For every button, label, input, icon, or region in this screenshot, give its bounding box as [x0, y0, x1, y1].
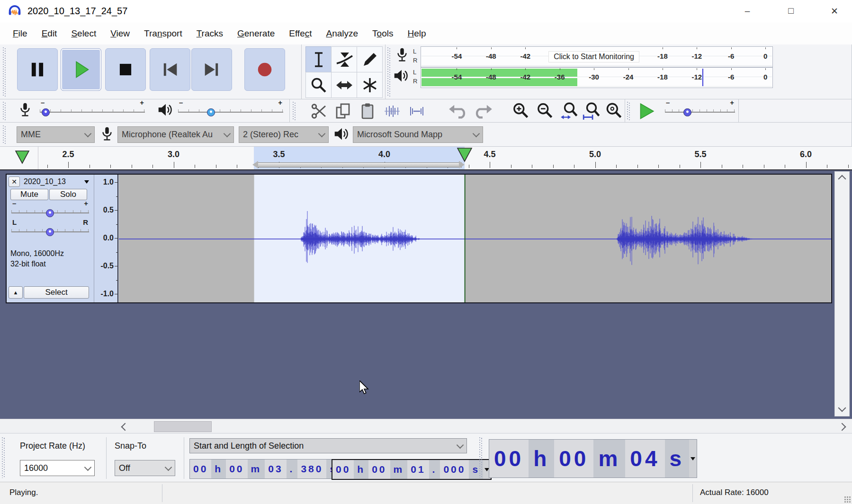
quick-play-bar[interactable]	[258, 162, 462, 168]
time-digit-group[interactable]: 000	[440, 460, 469, 479]
menu-view[interactable]: View	[103, 26, 137, 42]
time-unit[interactable]: h	[529, 440, 554, 477]
track-menu-button[interactable]: 2020_10_13	[21, 177, 92, 187]
timeline-ruler[interactable]: 2.53.03.54.04.55.05.56.0	[0, 147, 852, 170]
time-unit[interactable]: m	[390, 460, 408, 479]
menu-edit[interactable]: Edit	[35, 26, 64, 42]
scroll-down-icon[interactable]	[838, 404, 846, 412]
gain-slider[interactable]: – +	[11, 201, 89, 218]
zoom-toggle-button[interactable]	[602, 101, 625, 122]
minimize-button[interactable]: –	[735, 0, 760, 22]
menu-file[interactable]: File	[6, 26, 35, 42]
audio-host-dropdown[interactable]: MME	[17, 126, 95, 143]
time-format-dropdown-icon[interactable]	[689, 440, 697, 477]
horizontal-scrollbar[interactable]	[0, 419, 852, 433]
solo-button[interactable]: Solo	[49, 189, 87, 200]
draw-tool-button[interactable]	[357, 46, 383, 72]
mute-button[interactable]: Mute	[10, 189, 48, 200]
time-unit[interactable]: m	[593, 440, 625, 477]
play-speed-slider-thumb[interactable]	[683, 108, 691, 116]
zoom-tool-button[interactable]	[305, 72, 332, 98]
trim-audio-button[interactable]	[381, 101, 403, 122]
time-digit-group[interactable]: 00	[190, 460, 211, 478]
play-button[interactable]	[61, 48, 101, 91]
pan-slider[interactable]: L R	[11, 220, 89, 237]
menu-help[interactable]: Help	[400, 26, 433, 42]
playback-volume-slider[interactable]: – +	[178, 100, 283, 117]
waveform-display[interactable]	[119, 175, 831, 302]
maximize-button[interactable]: □	[779, 0, 803, 22]
snap-to-dropdown[interactable]: Off	[115, 460, 175, 476]
time-digit-group[interactable]: 00	[368, 460, 390, 479]
pan-slider-thumb[interactable]	[46, 228, 54, 236]
skip-to-start-button[interactable]	[150, 48, 190, 91]
cut-button[interactable]	[308, 101, 330, 122]
time-unit[interactable]: m	[248, 460, 265, 478]
time-unit[interactable]: .	[287, 460, 298, 478]
time-digit-group[interactable]: 04	[625, 440, 664, 477]
menu-transport[interactable]: Transport	[137, 26, 189, 42]
microphone-icon[interactable]	[393, 46, 411, 64]
scroll-up-icon[interactable]	[838, 175, 846, 183]
selection-length-field[interactable]: 00h00m01.000s	[332, 459, 492, 480]
time-digit-group[interactable]: 00	[489, 440, 529, 477]
gain-slider-thumb[interactable]	[46, 209, 54, 217]
playback-meter[interactable]: -54-48-42-36-30-24-18-12-60	[421, 67, 773, 88]
recording-volume-slider-thumb[interactable]	[42, 108, 50, 116]
pause-button[interactable]	[17, 48, 58, 91]
toolbar-grip[interactable]	[3, 102, 6, 120]
time-digit-group[interactable]: 00	[332, 460, 354, 479]
toolbar-grip[interactable]	[293, 102, 296, 120]
zoom-to-selection-button[interactable]	[558, 101, 580, 122]
toolbar-grip[interactable]	[3, 125, 6, 144]
menu-select[interactable]: Select	[64, 26, 103, 42]
playback-volume-slider-thumb[interactable]	[207, 108, 215, 116]
menu-tools[interactable]: Tools	[365, 26, 400, 42]
time-unit[interactable]: h	[211, 460, 226, 478]
play-speed-slider[interactable]: – +	[665, 100, 735, 117]
time-shift-tool-button[interactable]	[331, 72, 357, 98]
copy-button[interactable]	[332, 101, 354, 122]
fit-project-button[interactable]	[580, 101, 602, 122]
toolbar-grip[interactable]	[627, 102, 630, 120]
project-rate-dropdown[interactable]: 16000	[20, 460, 95, 476]
menu-generate[interactable]: Generate	[230, 26, 282, 42]
vertical-scrollbar[interactable]	[834, 171, 850, 416]
audio-position-field[interactable]: 00h00m04s	[489, 439, 697, 478]
selection-mode-dropdown[interactable]: Start and Length of Selection	[189, 438, 467, 453]
time-digit-group[interactable]: 00	[226, 460, 247, 478]
scroll-right-icon[interactable]	[838, 423, 846, 431]
track-select-button[interactable]: Select	[24, 286, 89, 299]
horizontal-scroll-thumb[interactable]	[154, 421, 212, 432]
zoom-in-button[interactable]	[510, 101, 532, 122]
zoom-out-button[interactable]	[534, 101, 556, 122]
silence-audio-button[interactable]	[405, 101, 428, 122]
stop-button[interactable]	[105, 48, 146, 91]
time-digit-group[interactable]: 01	[407, 460, 429, 479]
selection-start-field[interactable]: 00h00m03.380s	[189, 459, 349, 479]
toolbar-grip[interactable]	[479, 437, 483, 478]
multi-tool-button[interactable]	[357, 72, 383, 98]
recording-volume-slider[interactable]: – +	[40, 100, 145, 117]
track-collapse-button[interactable]: ▲	[9, 286, 23, 299]
recording-channels-dropdown[interactable]: 2 (Stereo) Rec	[239, 126, 329, 143]
timeline-options-button[interactable]	[14, 150, 30, 167]
envelope-tool-button[interactable]	[331, 46, 357, 72]
playback-device-dropdown[interactable]: Microsoft Sound Mapp	[353, 126, 483, 143]
selection-tool-button[interactable]	[305, 46, 332, 72]
close-button[interactable]: ✕	[822, 0, 847, 22]
toolbar-grip[interactable]	[387, 47, 391, 97]
resize-grip[interactable]	[844, 496, 851, 503]
time-unit[interactable]: s	[665, 440, 690, 477]
speaker-icon[interactable]	[392, 67, 410, 85]
playhead-marker[interactable]	[456, 147, 473, 165]
skip-to-end-button[interactable]	[191, 48, 232, 91]
time-unit[interactable]: .	[429, 460, 440, 479]
time-digit-group[interactable]: 03	[265, 460, 286, 478]
time-digit-group[interactable]: 380	[297, 460, 326, 478]
track-close-button[interactable]: ✕	[9, 177, 20, 187]
paste-button[interactable]	[356, 101, 378, 122]
play-at-speed-button[interactable]	[634, 101, 657, 122]
recording-device-dropdown[interactable]: Microphone (Realtek Au	[117, 126, 234, 143]
recording-meter[interactable]: -54-48-42-18-12-60Click to Start Monitor…	[421, 46, 773, 67]
